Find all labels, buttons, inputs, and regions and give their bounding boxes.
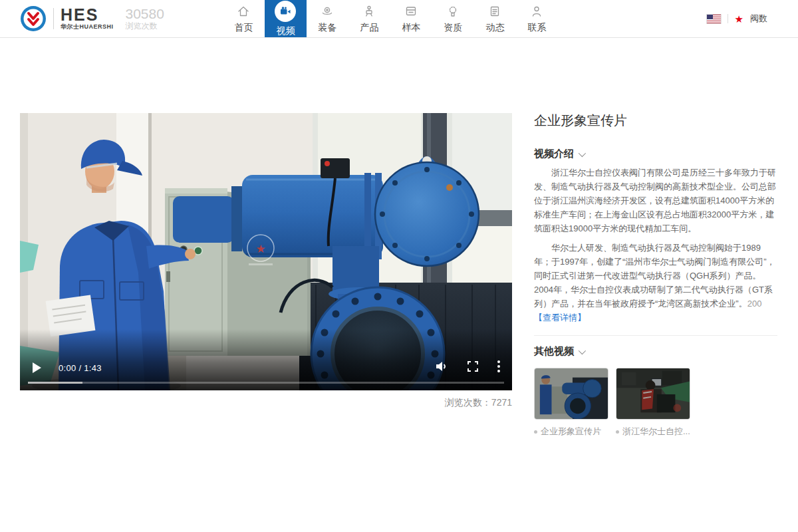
intro-text: 浙江华尔士自控仪表阀门有限公司是历经三十多年致力于研发、制造气动执行器及气动控制…: [534, 166, 777, 325]
language-switcher: ★ 阀数: [707, 0, 767, 37]
brand-name: HES: [61, 7, 114, 23]
news-icon: [487, 4, 502, 19]
video-thumbnail-card[interactable]: 企业形象宣传片: [534, 368, 608, 438]
top-navbar: HES 华尔士HUAERSHI 30580 浏览次数 首页 视频: [0, 0, 798, 38]
chevron-down-icon: [579, 346, 586, 354]
video-thumbnail-card[interactable]: 浙江华尔士自控...: [616, 368, 690, 438]
page-title: 企业形象宣传片: [534, 112, 777, 130]
nav-label: 动态: [485, 22, 504, 34]
video-views-label: 浏览次数：: [445, 397, 491, 408]
site-view-label: 浏览次数: [126, 22, 164, 31]
thumbnail-list: 企业形象宣传片: [534, 368, 777, 438]
nav-label: 首页: [234, 22, 253, 34]
intro-paragraph: 浙江华尔士自控仪表阀门有限公司是历经三十多年致力于研发、制造气动执行器及气动控制…: [534, 166, 777, 235]
nav-item-equipment[interactable]: 装备: [307, 0, 348, 37]
other-videos-header[interactable]: 其他视频: [534, 345, 777, 358]
qualification-icon: [446, 4, 460, 19]
nav-item-news[interactable]: 动态: [474, 0, 516, 37]
brand-subtitle: 华尔士HUAERSHI: [61, 23, 114, 31]
fullscreen-button[interactable]: [467, 360, 479, 375]
time-display: 0:00 / 1:43: [59, 363, 102, 373]
nav-label: 联系: [527, 22, 546, 34]
view-details-link[interactable]: 【查看详情】: [534, 313, 586, 323]
thumbnail-image[interactable]: [534, 368, 608, 420]
equipment-icon: [320, 4, 334, 19]
thumbnail-illustration: [535, 368, 608, 419]
other-videos-heading: 其他视频: [534, 345, 574, 358]
product-icon: [362, 4, 376, 19]
nav-label: 资质: [444, 22, 462, 34]
bullet-icon: [534, 430, 537, 434]
video-views-count: 7271: [491, 397, 512, 408]
more-options-button[interactable]: [497, 360, 500, 375]
thumbnail-image[interactable]: [616, 368, 690, 420]
us-flag-icon[interactable]: [707, 15, 721, 23]
nav-label: 样本: [402, 22, 420, 34]
other-videos-section: 其他视频: [534, 335, 777, 438]
main-nav: 首页 视频 装备: [223, 0, 558, 37]
video-player[interactable]: ★ 0:00 / 1:43: [20, 113, 512, 390]
video-controls: 0:00 / 1:43: [20, 360, 512, 375]
play-button[interactable]: [32, 362, 41, 373]
divider: [53, 8, 54, 29]
thumbnail-caption[interactable]: 浙江华尔士自控...: [616, 426, 690, 438]
site-view-count: 30580: [126, 6, 164, 22]
nav-item-contact[interactable]: 联系: [516, 0, 558, 37]
intro-section-header[interactable]: 视频介绍: [534, 148, 777, 160]
svg-text:★: ★: [255, 243, 265, 255]
nav-label: 产品: [360, 22, 378, 34]
nav-item-qualification[interactable]: 资质: [432, 0, 474, 37]
nav-label: 装备: [318, 22, 336, 34]
video-info-panel: 企业形象宣传片 视频介绍 浙江华尔士自控仪表阀门有限公司是历经三十多年致力于研发…: [534, 112, 777, 438]
thumbnail-caption[interactable]: 企业形象宣传片: [534, 426, 608, 438]
logo-icon: [20, 5, 47, 32]
site-view-counter: 30580 浏览次数: [126, 6, 164, 31]
red-star-icon[interactable]: ★: [735, 14, 743, 24]
intro-heading: 视频介绍: [534, 148, 574, 160]
buffered-segment: [28, 382, 82, 384]
divider: [728, 14, 728, 23]
nav-item-home[interactable]: 首页: [223, 0, 265, 37]
nav-label: 视频: [276, 25, 295, 37]
video-view-counter: 浏览次数：7271: [20, 397, 512, 409]
company-logo[interactable]: HES 华尔士HUAERSHI: [20, 0, 114, 37]
video-icon: [275, 1, 296, 22]
intro-paragraph: 华尔士人研发、制造气动执行器及气动控制阀始于1989年；于1997年，创建了“温…: [534, 241, 777, 325]
truncated-text: 200: [747, 299, 762, 309]
bullet-icon: [616, 430, 619, 434]
home-icon: [236, 4, 251, 19]
nav-item-sample[interactable]: 样本: [390, 0, 432, 37]
sample-icon: [404, 4, 418, 19]
chevron-down-icon: [579, 149, 586, 156]
contact-icon: [529, 4, 544, 19]
language-label[interactable]: 阀数: [750, 13, 767, 25]
nav-item-product[interactable]: 产品: [348, 0, 390, 37]
thumbnail-illustration: [616, 368, 690, 419]
volume-button[interactable]: [435, 360, 448, 375]
nav-item-video[interactable]: 视频: [265, 0, 307, 37]
progress-bar[interactable]: [28, 382, 504, 384]
